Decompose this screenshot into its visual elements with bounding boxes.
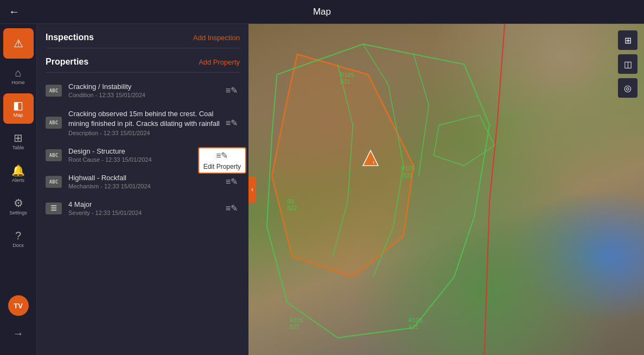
property-edit-icon[interactable]: ≡✎ xyxy=(224,83,240,98)
svg-text:R10S: R10S xyxy=(401,166,415,172)
property-title: Cracking observed 15m behind the crest. … xyxy=(68,109,224,129)
sidebar-item-table[interactable]: ⊞ Table xyxy=(3,126,34,156)
map-type-icon: ◫ xyxy=(624,59,632,69)
property-type-icon: ☰ xyxy=(46,202,62,214)
top-bar: ← Map xyxy=(0,0,644,24)
alert-icon: ⚠ xyxy=(14,38,23,49)
svg-text:R10S: R10S xyxy=(290,318,304,324)
svg-text:S22: S22 xyxy=(287,205,297,211)
map-overlay: ! R10S S21 R10S .S21 R9 S22 R10S S22 R10… xyxy=(248,24,644,355)
user-avatar[interactable]: TV xyxy=(8,295,29,316)
sidebar-item-logout[interactable]: → xyxy=(3,318,34,348)
docs-label: Docs xyxy=(12,243,24,248)
back-button[interactable]: ← xyxy=(9,5,20,18)
map-icon: ◧ xyxy=(13,100,23,111)
sidebar-item-home[interactable]: ⌂ Home xyxy=(3,61,34,91)
locate-icon: ◎ xyxy=(624,83,632,93)
chevron-left-icon: ‹ xyxy=(251,186,253,193)
svg-text:R9: R9 xyxy=(287,199,294,205)
property-edit-icon[interactable]: ≡✎ xyxy=(224,201,240,215)
sidebar-item-map[interactable]: ◧ Map xyxy=(3,93,34,124)
inspections-title: Inspections xyxy=(46,33,94,42)
page-title: Map xyxy=(313,7,331,17)
property-meta: Mechanism - 12:33 15/01/2024 xyxy=(68,183,224,189)
sidebar-item-settings[interactable]: ⚙ Settings xyxy=(3,191,34,221)
sidebar-item-alert[interactable]: ⚠ xyxy=(3,28,34,59)
locate-button[interactable]: ◎ xyxy=(618,78,637,98)
edit-property-tooltip[interactable]: ≡✎ Edit Property xyxy=(198,147,246,174)
main-content: ⚠ ⌂ Home ◧ Map ⊞ Table 🔔 Alerts ⚙ Settin… xyxy=(0,24,644,355)
add-inspection-button[interactable]: Add Inspection xyxy=(193,34,240,42)
map-area[interactable]: ! R10S S21 R10S .S21 R9 S22 R10S S22 R10… xyxy=(248,24,644,355)
property-content: Cracking observed 15m behind the crest. … xyxy=(68,109,224,136)
list-item[interactable]: ABC Cracking / Instability Condition - 1… xyxy=(37,77,248,104)
settings-label: Settings xyxy=(9,210,27,215)
sidebar-panel: Inspections Add Inspection Properties Ad… xyxy=(37,24,248,355)
list-item[interactable]: ☰ 4 Major Severity - 12:33 15/01/2024 ≡✎ xyxy=(37,195,248,221)
alerts-label: Alerts xyxy=(12,178,24,183)
sidebar-item-docs[interactable]: ? Docs xyxy=(3,224,34,254)
property-content: 4 Major Severity - 12:33 15/01/2024 xyxy=(68,200,224,216)
home-label: Home xyxy=(11,80,24,85)
list-item[interactable]: ABC Design - Structure Root Cause - 12:3… xyxy=(37,142,248,168)
back-icon: ← xyxy=(9,5,20,18)
alerts-icon: 🔔 xyxy=(11,165,25,176)
sidebar-item-alerts[interactable]: 🔔 Alerts xyxy=(3,159,34,189)
svg-text:S22: S22 xyxy=(290,324,300,330)
map-label: Map xyxy=(14,112,23,118)
property-title: 4 Major xyxy=(68,200,224,208)
add-property-button[interactable]: Add Property xyxy=(199,58,240,66)
property-meta: Severity - 12:33 15/01/2024 xyxy=(68,210,224,216)
left-nav: ⚠ ⌂ Home ◧ Map ⊞ Table 🔔 Alerts ⚙ Settin… xyxy=(0,24,37,355)
layers-button[interactable]: ⊞ xyxy=(618,30,637,50)
layers-icon: ⊞ xyxy=(624,35,632,46)
property-edit-icon[interactable]: ≡✎ xyxy=(224,116,240,130)
svg-text:R10S: R10S xyxy=(409,318,423,324)
properties-list: ABC Cracking / Instability Condition - 1… xyxy=(37,73,248,226)
property-type-icon: ABC xyxy=(46,149,62,161)
map-type-button[interactable]: ◫ xyxy=(618,54,637,74)
properties-title: Properties xyxy=(46,57,88,67)
map-panel-toggle[interactable]: ‹ xyxy=(248,176,256,202)
table-icon: ⊞ xyxy=(14,132,23,143)
property-title: Cracking / Instability xyxy=(68,83,224,91)
property-content: Highwall - Rockfall Mechanism - 12:33 15… xyxy=(68,174,224,189)
edit-lines-icon: ≡✎ xyxy=(216,150,228,161)
logout-icon: → xyxy=(13,328,24,339)
table-label: Table xyxy=(12,145,24,150)
property-meta: Condition - 12:33 15/01/2024 xyxy=(68,92,224,98)
property-edit-icon[interactable]: ≡✎ xyxy=(224,174,240,189)
map-controls: ⊞ ◫ ◎ xyxy=(618,30,637,98)
svg-text:!: ! xyxy=(373,160,374,165)
svg-marker-0 xyxy=(272,54,413,277)
home-icon: ⌂ xyxy=(15,67,21,78)
svg-text:.S21: .S21 xyxy=(401,173,412,179)
svg-text:S11: S11 xyxy=(409,324,419,330)
settings-icon: ⚙ xyxy=(14,198,23,208)
svg-text:S21: S21 xyxy=(340,79,350,85)
property-type-icon: ABC xyxy=(46,85,62,97)
svg-marker-2 xyxy=(434,115,495,166)
property-type-icon: ABC xyxy=(46,117,62,129)
svg-text:R10S: R10S xyxy=(340,72,354,78)
property-content: Cracking / Instability Condition - 12:33… xyxy=(68,83,224,98)
property-title: Highwall - Rockfall xyxy=(68,174,224,182)
edit-property-label: Edit Property xyxy=(203,163,241,170)
list-item[interactable]: ABC Cracking observed 15m behind the cre… xyxy=(37,104,248,142)
inspections-header: Inspections Add Inspection xyxy=(37,24,248,48)
docs-icon: ? xyxy=(15,230,21,241)
properties-header: Properties Add Property xyxy=(37,48,248,72)
property-meta: Description - 12:33 15/01/2024 xyxy=(68,130,224,136)
property-type-icon: ABC xyxy=(46,176,62,188)
